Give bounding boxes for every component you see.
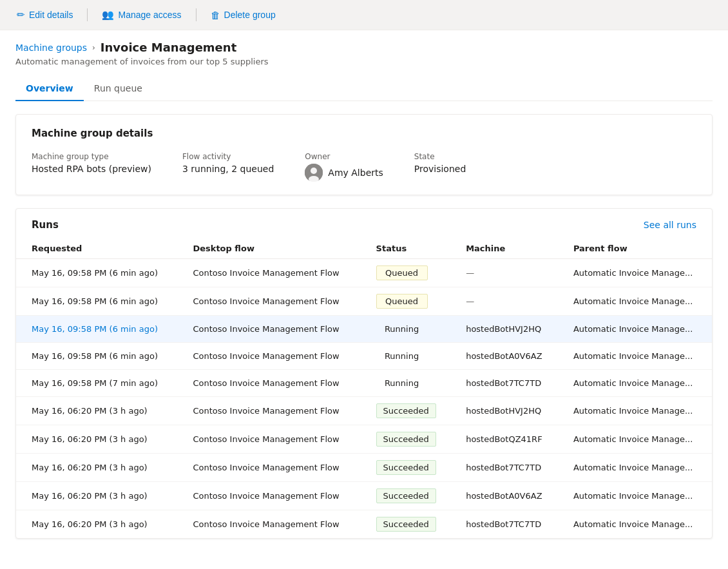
- table-row: May 16, 09:58 PM (7 min ago)Contoso Invo…: [16, 370, 712, 397]
- state-label: State: [414, 152, 466, 161]
- cell-desktop-flow: Contoso Invoice Management Flow: [177, 482, 360, 510]
- col-requested: Requested: [16, 238, 177, 259]
- see-all-runs-link[interactable]: See all runs: [644, 220, 696, 230]
- cell-machine: hostedBotQZ41RF: [450, 425, 558, 454]
- cell-machine: hostedBot7TC7TD: [450, 370, 558, 397]
- cell-status: Succeeded: [361, 454, 451, 482]
- status-badge: Running: [376, 322, 428, 336]
- table-row: May 16, 09:58 PM (6 min ago)Contoso Invo…: [16, 343, 712, 370]
- runs-table-body: May 16, 09:58 PM (6 min ago)Contoso Invo…: [16, 259, 712, 539]
- cell-parent-flow: Automatic Invoice Manage...: [558, 454, 712, 482]
- delete-group-button[interactable]: 🗑 Delete group: [204, 6, 282, 24]
- toolbar: ✏ Edit details 👥 Manage access 🗑 Delete …: [0, 0, 728, 30]
- delete-icon: 🗑: [211, 10, 220, 21]
- state-value: Provisioned: [414, 164, 466, 174]
- cell-desktop-flow: Contoso Invoice Management Flow: [177, 259, 360, 287]
- cell-requested: May 16, 09:58 PM (7 min ago): [16, 370, 177, 397]
- cell-status: Queued: [361, 287, 451, 316]
- breadcrumb-parent-link[interactable]: Machine groups: [15, 43, 87, 53]
- runs-table-header: Requested Desktop flow Status Machine Pa…: [16, 238, 712, 259]
- cell-status: Running: [361, 343, 451, 370]
- page-container: Machine groups › Invoice Management Auto…: [0, 30, 728, 549]
- owner-label: Owner: [305, 152, 383, 161]
- cell-requested: May 16, 06:20 PM (3 h ago): [16, 482, 177, 510]
- manage-access-button[interactable]: 👥 Manage access: [95, 5, 187, 24]
- cell-requested: May 16, 09:58 PM (6 min ago): [16, 343, 177, 370]
- cell-requested: May 16, 09:58 PM (6 min ago): [16, 287, 177, 316]
- cell-status: Succeeded: [361, 397, 451, 425]
- status-badge: Succeeded: [376, 460, 436, 475]
- toolbar-divider-2: [196, 8, 196, 21]
- table-row: May 16, 09:58 PM (6 min ago)Contoso Invo…: [16, 316, 712, 343]
- table-row: May 16, 09:58 PM (6 min ago)Contoso Invo…: [16, 259, 712, 287]
- runs-card: Runs See all runs Requested Desktop flow…: [15, 208, 713, 539]
- owner-value: Amy Alberts: [328, 168, 383, 178]
- status-badge: Queued: [376, 265, 428, 280]
- col-desktop-flow: Desktop flow: [177, 238, 360, 259]
- machine-details-title: Machine group details: [32, 128, 696, 139]
- requested-link[interactable]: May 16, 09:58 PM (6 min ago): [32, 324, 158, 334]
- tab-run-queue[interactable]: Run queue: [84, 77, 153, 101]
- page-title: Invoice Management: [101, 41, 236, 54]
- cell-machine: hostedBot7TC7TD: [450, 454, 558, 482]
- table-row: May 16, 06:20 PM (3 h ago)Contoso Invoic…: [16, 397, 712, 425]
- cell-machine: hostedBotHVJ2HQ: [450, 397, 558, 425]
- edit-details-button[interactable]: ✏ Edit details: [10, 5, 79, 24]
- cell-parent-flow: Automatic Invoice Manage...: [558, 316, 712, 343]
- status-badge: Succeeded: [376, 403, 436, 418]
- cell-status: Succeeded: [361, 482, 451, 510]
- owner-row: Amy Alberts: [305, 164, 383, 182]
- cell-status: Running: [361, 316, 451, 343]
- flow-activity-value: 3 running, 2 queued: [182, 164, 274, 174]
- cell-desktop-flow: Contoso Invoice Management Flow: [177, 287, 360, 316]
- machine-type-label: Machine group type: [32, 152, 151, 161]
- cell-machine: hostedBotHVJ2HQ: [450, 316, 558, 343]
- avatar-icon: [305, 164, 323, 182]
- manage-label: Manage access: [118, 10, 181, 20]
- cell-requested: May 16, 06:20 PM (3 h ago): [16, 510, 177, 539]
- delete-label: Delete group: [224, 10, 276, 20]
- cell-requested: May 16, 06:20 PM (3 h ago): [16, 425, 177, 454]
- status-badge: Succeeded: [376, 432, 436, 447]
- state-item: State Provisioned: [414, 152, 466, 174]
- cell-machine: hostedBotA0V6AZ: [450, 482, 558, 510]
- cell-machine: —: [450, 259, 558, 287]
- cell-status: Succeeded: [361, 510, 451, 539]
- machine-type-value: Hosted RPA bots (preview): [32, 164, 151, 174]
- runs-header: Runs See all runs: [16, 209, 712, 238]
- table-row: May 16, 06:20 PM (3 h ago)Contoso Invoic…: [16, 510, 712, 539]
- cell-parent-flow: Automatic Invoice Manage...: [558, 425, 712, 454]
- col-parent-flow: Parent flow: [558, 238, 712, 259]
- edit-label: Edit details: [29, 10, 73, 20]
- table-row: May 16, 09:58 PM (6 min ago)Contoso Invo…: [16, 287, 712, 316]
- machine-type-item: Machine group type Hosted RPA bots (prev…: [32, 152, 151, 174]
- table-row: May 16, 06:20 PM (3 h ago)Contoso Invoic…: [16, 454, 712, 482]
- tabs: Overview Run queue: [15, 77, 713, 101]
- breadcrumb: Machine groups › Invoice Management: [15, 41, 713, 54]
- status-badge: Running: [376, 376, 428, 390]
- cell-machine: hostedBot7TC7TD: [450, 510, 558, 539]
- cell-requested: May 16, 06:20 PM (3 h ago): [16, 397, 177, 425]
- runs-title: Runs: [32, 219, 59, 231]
- toolbar-divider-1: [87, 8, 88, 21]
- col-status: Status: [361, 238, 451, 259]
- tab-overview[interactable]: Overview: [15, 77, 84, 101]
- cell-machine: —: [450, 287, 558, 316]
- cell-desktop-flow: Contoso Invoice Management Flow: [177, 510, 360, 539]
- cell-requested: May 16, 09:58 PM (6 min ago): [16, 259, 177, 287]
- table-row: May 16, 06:20 PM (3 h ago)Contoso Invoic…: [16, 425, 712, 454]
- cell-desktop-flow: Contoso Invoice Management Flow: [177, 425, 360, 454]
- status-badge: Queued: [376, 294, 428, 309]
- cell-desktop-flow: Contoso Invoice Management Flow: [177, 343, 360, 370]
- cell-parent-flow: Automatic Invoice Manage...: [558, 510, 712, 539]
- cell-requested: May 16, 06:20 PM (3 h ago): [16, 454, 177, 482]
- col-machine: Machine: [450, 238, 558, 259]
- status-badge: Succeeded: [376, 517, 436, 532]
- cell-requested: May 16, 09:58 PM (6 min ago): [16, 316, 177, 343]
- flow-activity-item: Flow activity 3 running, 2 queued: [182, 152, 274, 174]
- cell-desktop-flow: Contoso Invoice Management Flow: [177, 316, 360, 343]
- breadcrumb-separator: ›: [92, 43, 95, 52]
- owner-item: Owner Amy Alberts: [305, 152, 383, 182]
- cell-status: Queued: [361, 259, 451, 287]
- cell-parent-flow: Automatic Invoice Manage...: [558, 287, 712, 316]
